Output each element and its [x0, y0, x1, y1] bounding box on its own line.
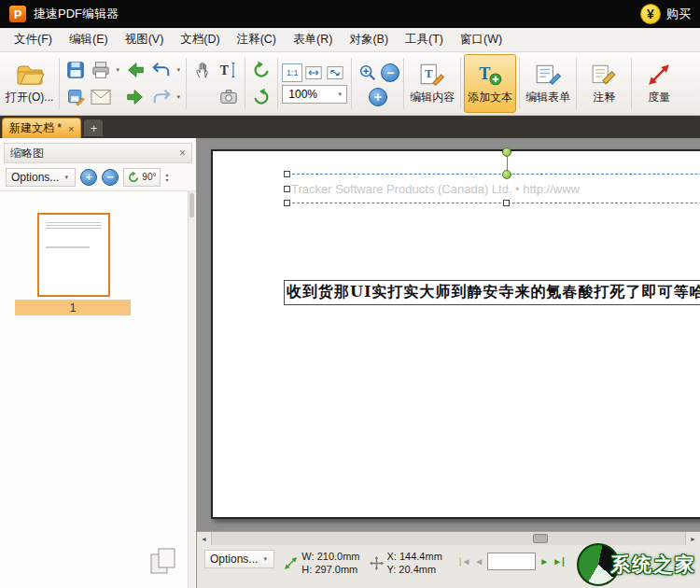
first-page-button[interactable]: |◄ — [459, 556, 471, 567]
edit-content-button[interactable]: T 编辑内容 — [407, 54, 457, 113]
toolbar-separator — [277, 58, 278, 109]
zoom-dropdown-icon[interactable]: ▾ — [336, 91, 343, 98]
tab-close-icon[interactable]: × — [68, 123, 74, 134]
add-text-icon: T — [477, 63, 503, 87]
resize-handle-top-left[interactable] — [284, 171, 290, 177]
menu-item-form[interactable]: 表单(R) — [285, 28, 341, 51]
rotate-page-button[interactable]: 90° — [123, 168, 161, 187]
panel-title: 缩略图 — [10, 146, 44, 161]
open-button[interactable]: 打开(O)... — [3, 54, 56, 113]
zoom-combobox[interactable]: 100% ▾ — [282, 85, 347, 104]
tab-new-document[interactable]: 新建文档 * × — [2, 118, 81, 138]
panel-scrollbar[interactable] — [188, 191, 195, 588]
zoom-group: 1:1 100% ▾ — [281, 54, 348, 113]
fit-page-icon — [326, 64, 344, 81]
pdf-page[interactable]: Tracker Software Products (Canada) Ltd. … — [211, 149, 700, 519]
panel-options-dropdown-icon: ▾ — [63, 174, 70, 181]
printer-icon — [91, 60, 111, 80]
zoom-out-button[interactable]: − — [381, 63, 399, 82]
previous-page-button[interactable]: ◄ — [474, 556, 483, 567]
add-text-button[interactable]: T 添加文本 — [464, 54, 516, 113]
added-text-box[interactable]: 收到货那UI实打实大师到静安寺来的氪春酸打死了即可等哈说比 — [284, 280, 700, 305]
rotate-ccw-icon — [251, 60, 272, 80]
email-button[interactable] — [89, 85, 113, 109]
panel-options-button[interactable]: Options... ▾ — [6, 168, 76, 187]
zoom-in-button[interactable]: + — [369, 88, 387, 106]
redo-dropdown-icon[interactable]: ▾ — [175, 93, 182, 101]
rotate-cw-button[interactable] — [249, 85, 273, 109]
resize-handle-mid-left[interactable] — [284, 186, 290, 192]
select-text-tool-button[interactable]: T — [216, 58, 240, 82]
scroll-left-button[interactable]: ◄ — [197, 532, 212, 545]
snapshot-button[interactable] — [217, 85, 241, 109]
folder-open-icon — [15, 63, 45, 87]
menu-item-window[interactable]: 窗口(W) — [452, 28, 511, 51]
cursor-x-value: X: 144.4mm — [387, 550, 442, 563]
actual-size-button[interactable]: 1:1 — [282, 63, 302, 82]
document-canvas[interactable]: Tracker Software Products (Canada) Ltd. … — [197, 138, 700, 545]
page-navigation: |◄ ◄ ► ►| — [459, 553, 565, 570]
thumb-zoom-in-button[interactable]: + — [80, 169, 97, 186]
menu-item-document[interactable]: 文档(D) — [172, 28, 228, 51]
menu-item-view[interactable]: 视图(V) — [117, 28, 173, 51]
save-as-button[interactable] — [63, 85, 88, 109]
menu-item-edit[interactable]: 编辑(E) — [61, 28, 117, 51]
page-number-input[interactable] — [487, 553, 536, 570]
resize-handle-bottom-center[interactable] — [503, 200, 510, 206]
main-toolbar: 打开(O)... ▾ — [0, 52, 700, 116]
next-view-icon — [125, 88, 146, 106]
zoom-value: 100% — [288, 88, 317, 101]
thumb-zoom-out-button[interactable]: − — [102, 169, 119, 186]
edit-form-button[interactable]: 编辑表单 — [523, 54, 573, 113]
panel-close-icon[interactable]: × — [179, 147, 186, 160]
rotation-handle[interactable] — [502, 147, 511, 157]
panel-scrollbar-thumb[interactable] — [189, 193, 194, 217]
previous-view-button[interactable] — [123, 58, 147, 82]
status-options-button[interactable]: Options... ▾ — [204, 550, 274, 568]
edit-content-label: 编辑内容 — [410, 90, 455, 105]
selected-text-box[interactable]: Tracker Software Products (Canada) Ltd. … — [287, 174, 700, 203]
fit-page-button[interactable] — [325, 63, 345, 82]
body-text: 收到货那UI实打实大师到静安寺来的氪春酸打死了即可等哈说比 — [285, 283, 700, 302]
page-size-group: W: 210.0mm H: 297.0mm — [284, 550, 359, 576]
zoom-tool-button[interactable] — [356, 61, 380, 85]
page-thumbnail[interactable] — [37, 213, 110, 297]
status-options-label: Options... — [210, 553, 258, 566]
status-options-dropdown-icon: ▾ — [261, 555, 269, 563]
save-icon — [65, 60, 86, 80]
next-view-button[interactable] — [123, 85, 147, 109]
print-dropdown-icon[interactable]: ▾ — [114, 66, 121, 74]
menu-item-tools[interactable]: 工具(T) — [397, 28, 452, 51]
menu-item-file[interactable]: 文件(F) — [6, 28, 61, 51]
buy-button[interactable]: ¥ 购买 — [640, 4, 691, 24]
redo-button[interactable] — [149, 85, 174, 109]
print-button[interactable] — [89, 58, 113, 82]
undo-icon — [151, 61, 172, 79]
yen-coin-icon: ¥ — [640, 4, 661, 24]
rotate-view-group — [248, 54, 274, 113]
scrollbar-thumb[interactable] — [533, 534, 548, 543]
panel-spinner[interactable]: ▴ ▾ — [165, 172, 168, 183]
save-button[interactable] — [63, 58, 88, 82]
undo-dropdown-icon[interactable]: ▾ — [175, 66, 182, 74]
hand-tool-button[interactable] — [190, 58, 215, 82]
top-center-handle[interactable] — [502, 170, 511, 179]
next-page-button[interactable]: ► — [539, 556, 549, 567]
annotate-button[interactable]: 注释 — [580, 54, 628, 113]
measure-icon — [647, 63, 671, 87]
page-number-row[interactable]: 1 — [15, 300, 131, 315]
copy-pages-icon — [147, 546, 181, 579]
last-page-button[interactable]: ►| — [553, 556, 565, 567]
save-as-icon — [66, 88, 85, 106]
undo-button[interactable] — [149, 58, 174, 82]
resize-handle-bottom-left[interactable] — [284, 200, 290, 206]
thumbnail-text-lines — [46, 222, 102, 229]
menu-item-object[interactable]: 对象(B) — [341, 28, 397, 51]
menu-item-comment[interactable]: 注释(C) — [229, 28, 285, 51]
rotate-ccw-button[interactable] — [249, 58, 273, 82]
spinner-down-icon[interactable]: ▾ — [165, 177, 168, 183]
fit-width-button[interactable] — [303, 63, 324, 82]
measure-button[interactable]: 度量 — [635, 54, 683, 113]
magnify-group: − + — [355, 54, 400, 113]
new-tab-button[interactable]: + — [84, 119, 103, 136]
